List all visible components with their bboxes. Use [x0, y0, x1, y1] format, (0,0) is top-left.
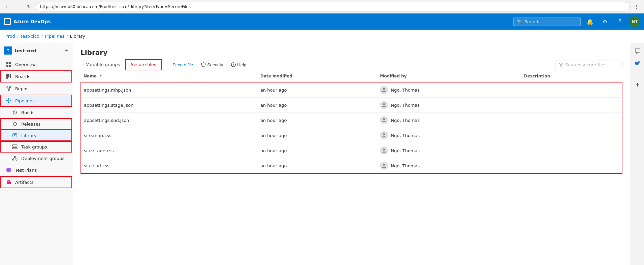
svg-rect-28 [7, 181, 11, 184]
ms-teams-icon [635, 61, 640, 66]
sort-arrow-name: ↑ [99, 74, 102, 78]
table-header: Name ↑ Date modified Modified by Descrip… [81, 70, 622, 82]
logo-icon [4, 18, 11, 25]
sidebar-overview-label: Overview [15, 62, 36, 67]
sidebar-test-plans-label: Test Plans [15, 168, 37, 173]
svg-point-13 [8, 102, 9, 103]
breadcrumb-pipelines[interactable]: Pipelines [45, 34, 65, 39]
sidebar-deployment-groups-label: Deployment groups [21, 156, 64, 161]
file-date-cell: an hour ago [258, 98, 377, 113]
sidebar-item-pipelines[interactable]: Pipelines [0, 95, 72, 107]
col-name[interactable]: Name ↑ [81, 70, 258, 82]
sidebar-project-name[interactable]: T test-cicd [4, 46, 36, 55]
sidebar-item-task-groups[interactable]: Task groups [0, 141, 72, 153]
top-bar: Azure DevOps 🔍 Search 🔔 ⚙ ? NT [0, 13, 644, 30]
pipelines-icon [6, 98, 12, 104]
svg-rect-18 [13, 134, 17, 137]
sidebar-item-test-plans[interactable]: Test Plans [0, 164, 72, 176]
browser-back-btn[interactable]: ← [3, 3, 11, 11]
tab-secure-files[interactable]: Secure files [125, 59, 161, 70]
help-icon[interactable]: ? [614, 16, 625, 27]
right-panel-add-btn[interactable]: + [632, 79, 643, 90]
files-table-container: Name ↑ Date modified Modified by Descrip… [72, 70, 631, 265]
sidebar-item-library[interactable]: Library [0, 130, 72, 141]
right-panel-btn-2[interactable] [632, 58, 643, 69]
svg-rect-4 [6, 74, 8, 79]
svg-rect-5 [8, 74, 9, 77]
browser-forward-btn[interactable]: → [14, 3, 22, 11]
modified-by-content: Ngo, Thomas [380, 101, 518, 109]
sidebar-item-releases[interactable]: Releases [0, 118, 72, 130]
user-avatar[interactable]: NT [629, 16, 640, 27]
sidebar-item-deployment-groups[interactable]: Deployment groups [0, 153, 72, 164]
sidebar-item-builds[interactable]: Builds [0, 107, 72, 118]
settings-icon[interactable]: ⚙ [600, 16, 610, 27]
sidebar-pipelines-label: Pipelines [15, 98, 35, 103]
file-name-cell[interactable]: appsettings.stage.json [81, 98, 258, 113]
user-icon [381, 87, 387, 93]
col-date-modified[interactable]: Date modified [258, 70, 377, 82]
help-btn[interactable]: ? Help [227, 60, 250, 69]
artifacts-icon [6, 179, 12, 185]
table-row[interactable]: site.sud.cssan hour ago Ngo, Thomas [81, 158, 622, 174]
file-description-cell [521, 98, 622, 113]
releases-icon [12, 121, 18, 127]
user-avatar-sm [380, 146, 388, 155]
modified-by-content: Ngo, Thomas [380, 162, 518, 170]
file-name-cell[interactable]: site.mhp.css [81, 128, 258, 143]
file-name-cell[interactable]: site.stage.css [81, 143, 258, 158]
file-name-cell[interactable]: appsettings.sud.json [81, 113, 258, 128]
sidebar-item-overview[interactable]: Overview [0, 58, 72, 70]
global-search[interactable]: 🔍 Search [513, 18, 581, 26]
browser-address-bar[interactable]: https://hcaweb50.ochca.com/Prod/test-cic… [36, 2, 630, 11]
svg-point-32 [383, 88, 385, 90]
add-secure-file-btn[interactable]: + Secure file [165, 60, 197, 69]
svg-rect-1 [9, 62, 11, 64]
sidebar-item-repos[interactable]: Repos [0, 82, 72, 95]
sidebar-item-artifacts[interactable]: Artifacts [0, 176, 72, 188]
security-label: Security [207, 62, 223, 67]
table-row[interactable]: appsettings.sud.jsonan hour ago Ngo, Tho… [81, 113, 622, 128]
file-name-cell[interactable]: site.sud.css [81, 158, 258, 174]
search-secure-files[interactable]: Search secure files [555, 61, 622, 69]
overview-icon [6, 61, 12, 67]
test-plans-icon [6, 167, 12, 173]
svg-point-16 [10, 100, 11, 101]
breadcrumb-prod[interactable]: Prod [5, 34, 15, 39]
svg-point-23 [14, 156, 15, 158]
sidebar: T test-cicd + Overview Boards [0, 43, 72, 265]
app-logo[interactable]: Azure DevOps [4, 18, 51, 25]
table-row[interactable]: appsettings.mhp.jsonan hour ago Ngo, Tho… [81, 82, 622, 98]
file-date-cell: an hour ago [258, 113, 377, 128]
sidebar-repos-label: Repos [15, 86, 28, 91]
file-name-cell[interactable]: appsettings.mhp.json [81, 82, 258, 98]
main-content: Library Variable groups Secure files + S… [72, 43, 631, 265]
project-name-label: test-cicd [15, 48, 36, 53]
file-modified-by-cell: Ngo, Thomas [377, 82, 521, 98]
right-panel-btn-1[interactable] [632, 46, 643, 57]
tab-variable-groups[interactable]: Variable groups [80, 59, 125, 70]
notifications-icon[interactable]: 🔔 [585, 16, 595, 27]
col-description[interactable]: Description [521, 70, 622, 82]
deployment-groups-icon [12, 155, 18, 161]
breadcrumb-testcicd[interactable]: test-cicd [21, 34, 39, 39]
user-icon [381, 118, 387, 123]
browser-refresh-btn[interactable]: ↻ [25, 3, 33, 11]
user-avatar-sm [380, 131, 388, 139]
browser-url: https://hcaweb50.ochca.com/Prod/test-cic… [40, 4, 191, 9]
security-btn[interactable]: Security [197, 60, 227, 69]
task-groups-icon [12, 144, 18, 150]
col-modified-by[interactable]: Modified by [377, 70, 521, 82]
browser-chrome: ← → ↻ https://hcaweb50.ochca.com/Prod/te… [0, 0, 644, 13]
builds-icon [12, 109, 18, 115]
browser-settings-icon[interactable]: ⋮ [633, 3, 641, 11]
boards-icon [6, 73, 12, 79]
help-label: Help [237, 62, 246, 67]
file-date-cell: an hour ago [258, 143, 377, 158]
sidebar-item-boards[interactable]: Boards [0, 70, 72, 82]
breadcrumb: Prod / test-cicd / Pipelines / Library [0, 30, 644, 43]
table-row[interactable]: appsettings.stage.jsonan hour ago Ngo, T… [81, 98, 622, 113]
table-row[interactable]: site.stage.cssan hour ago Ngo, Thomas [81, 143, 622, 158]
sidebar-add-btn[interactable]: + [64, 47, 68, 54]
table-row[interactable]: site.mhp.cssan hour ago Ngo, Thomas [81, 128, 622, 143]
